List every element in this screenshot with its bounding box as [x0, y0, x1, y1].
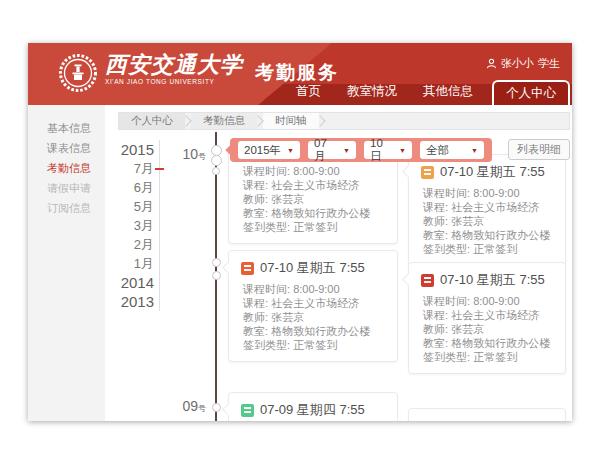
day-suffix: 号: [198, 404, 206, 413]
month-select-value: 07月: [314, 137, 338, 164]
list-detail-button[interactable]: 列表明细: [508, 139, 570, 160]
main-nav: 首页 教室情况 其他信息 个人中心: [283, 80, 570, 105]
field-value: 社会主义市场经济: [451, 309, 539, 321]
nav-item-classrooms[interactable]: 教室情况: [334, 83, 410, 105]
card-title: 07-09 星期四 7:55: [260, 401, 365, 419]
field-course: 课程: 社会主义市场经济: [423, 200, 553, 214]
sidebar-item-attendance-info[interactable]: 考勤信息: [28, 158, 105, 178]
field-course: 课程: 社会主义市场经济: [243, 296, 385, 310]
timeline-node: [212, 271, 221, 280]
university-name-en: XI'AN JIAO TONG UNIVERSITY: [105, 78, 243, 85]
card-title: 07-10 星期五 7:55: [440, 271, 545, 289]
field-label: 教师:: [243, 193, 268, 205]
university-name-cn: 西安交通大学: [105, 51, 243, 77]
field-value: 张芸京: [271, 311, 304, 323]
scale-month-may[interactable]: 5月: [118, 197, 154, 216]
content: 基本信息 课表信息 考勤信息 请假申请 订阅信息 个人中心 考勤信息 时间轴 2…: [28, 105, 572, 421]
nav-item-other-info[interactable]: 其他信息: [410, 83, 486, 105]
scale-month-jun[interactable]: 6月: [118, 178, 154, 197]
field-label: 教室:: [423, 337, 448, 349]
field-label: 教室:: [243, 325, 268, 337]
type-select[interactable]: 全部 ▼: [420, 141, 484, 159]
field-value: 正常签到: [473, 243, 517, 255]
field-label: 课程:: [243, 179, 268, 191]
field-classroom: 教室: 格物致知行政办公楼: [423, 336, 553, 350]
scale-month-mar[interactable]: 3月: [118, 216, 154, 235]
sidebar: 基本信息 课表信息 考勤信息 请假申请 订阅信息: [28, 105, 105, 421]
sidebar-item-leave-request[interactable]: 请假申请: [28, 178, 105, 198]
user-name: 张小小: [501, 56, 534, 71]
sidebar-item-schedule-info[interactable]: 课表信息: [28, 138, 105, 158]
month-select[interactable]: 07月 ▼: [308, 141, 356, 159]
card-header: 07-10 星期五 7:55: [409, 263, 565, 292]
field-value: 社会主义市场经济: [271, 179, 359, 191]
field-value: 格物致知行政办公楼: [271, 325, 370, 337]
breadcrumb-timeline[interactable]: 时间轴: [263, 113, 319, 129]
field-course-time: 课程时间: 8:00-9:00: [423, 294, 553, 308]
card-fields: 课程时间: 8:00-9:00 课程: 社会主义市场经济 教师: 张芸京 教室:…: [409, 292, 565, 373]
day-suffix: 号: [198, 152, 206, 161]
timeline-node: [212, 167, 220, 175]
caret-down-icon: ▼: [343, 147, 350, 154]
current-month-tick: [155, 168, 164, 170]
field-label: 教师:: [243, 311, 268, 323]
nav-tab-personal-center[interactable]: 个人中心: [492, 80, 570, 105]
year-select[interactable]: 2015年 ▼: [238, 141, 300, 159]
header: 西安交通大学 XI'AN JIAO TONG UNIVERSITY 考勤服务 张…: [28, 43, 572, 105]
scale-year-2015[interactable]: 2015: [118, 140, 154, 159]
field-value: 格物致知行政办公楼: [451, 337, 550, 349]
sidebar-item-subscription-info[interactable]: 订阅信息: [28, 198, 105, 218]
field-label: 签到类型:: [423, 351, 470, 363]
user-info[interactable]: 张小小 学生: [486, 56, 560, 71]
scale-month-jul[interactable]: 7月: [118, 159, 154, 178]
field-value: 张芸京: [451, 215, 484, 227]
day-select[interactable]: 10日 ▼: [364, 141, 412, 159]
field-label: 教师:: [423, 215, 448, 227]
card-fields: 课程时间: 8:00-9:00 课程: 社会主义市场经济 教师: 张芸京 教室:…: [229, 280, 397, 361]
field-teacher: 教师: 张芸京: [243, 310, 385, 324]
field-value: 正常签到: [293, 339, 337, 351]
field-value: 格物致知行政办公楼: [451, 229, 550, 241]
day-select-value: 10日: [370, 137, 394, 164]
card-fields: 课程时间: 8:00-9:00 课程: 社会主义市场经济 教师: 张芸京 教室:…: [229, 151, 397, 243]
scale-month-jul-label: 7月: [134, 161, 154, 176]
field-value: 张芸京: [271, 193, 304, 205]
field-value: 8:00-9:00: [293, 165, 339, 177]
field-label: 签到类型:: [423, 243, 470, 255]
card-header: 07-09 星期四 7:55: [229, 393, 397, 421]
field-label: 教室:: [243, 207, 268, 219]
field-value: 8:00-9:00: [473, 187, 519, 199]
day-number: 10: [182, 146, 198, 162]
card-fields: 课程时间: 8:00-9:00 课程: 社会主义市场经济 教师: 张芸京 教室:…: [409, 184, 565, 265]
timeline-node: [211, 155, 222, 166]
field-teacher: 教师: 张芸京: [423, 214, 553, 228]
field-label: 课程时间:: [423, 187, 470, 199]
attendance-card[interactable]: 07-10 星期五 7:55 课程时间: 8:00-9:00 课程: 社会主义市…: [228, 250, 398, 362]
screen: 西安交通大学 XI'AN JIAO TONG UNIVERSITY 考勤服务 张…: [0, 0, 600, 450]
field-value: 社会主义市场经济: [271, 297, 359, 309]
breadcrumb: 个人中心 考勤信息 时间轴: [118, 112, 570, 130]
caret-down-icon: ▼: [287, 147, 294, 154]
field-classroom: 教室: 格物致知行政办公楼: [423, 228, 553, 242]
attendance-card[interactable]: 07-10 星期五 7:55 课程时间: 8:00-9:00 课程: 社会主义市…: [408, 262, 566, 374]
breadcrumb-personal-center[interactable]: 个人中心: [119, 113, 185, 129]
field-label: 课程时间:: [243, 283, 290, 295]
brand-text: 西安交通大学 XI'AN JIAO TONG UNIVERSITY: [105, 51, 243, 85]
nav-item-home[interactable]: 首页: [283, 83, 334, 105]
attendance-card[interactable]: 课程时间: 8:00-9:00 课程: 社会主义市场经济 教师: 张芸京 教室:…: [228, 150, 398, 244]
filter-bar: 2015年 ▼ 07月 ▼ 10日 ▼ 全部 ▼: [230, 138, 492, 162]
type-select-value: 全部: [426, 143, 449, 158]
scale-year-2014[interactable]: 2014: [118, 273, 154, 292]
attendance-card-partial[interactable]: [408, 408, 566, 421]
scale-month-jan[interactable]: 1月: [118, 254, 154, 273]
attendance-card[interactable]: 07-10 星期五 7:55 课程时间: 8:00-9:00 课程: 社会主义市…: [408, 154, 566, 266]
field-course: 课程: 社会主义市场经济: [423, 308, 553, 322]
checkin-status-icon: [241, 404, 254, 417]
attendance-card[interactable]: 07-09 星期四 7:55: [228, 392, 398, 421]
checkin-status-icon: [241, 262, 254, 275]
scale-year-2013[interactable]: 2013: [118, 292, 154, 311]
breadcrumb-attendance-info[interactable]: 考勤信息: [191, 113, 257, 129]
sidebar-item-basic-info[interactable]: 基本信息: [28, 118, 105, 138]
field-label: 教室:: [423, 229, 448, 241]
scale-month-feb[interactable]: 2月: [118, 235, 154, 254]
